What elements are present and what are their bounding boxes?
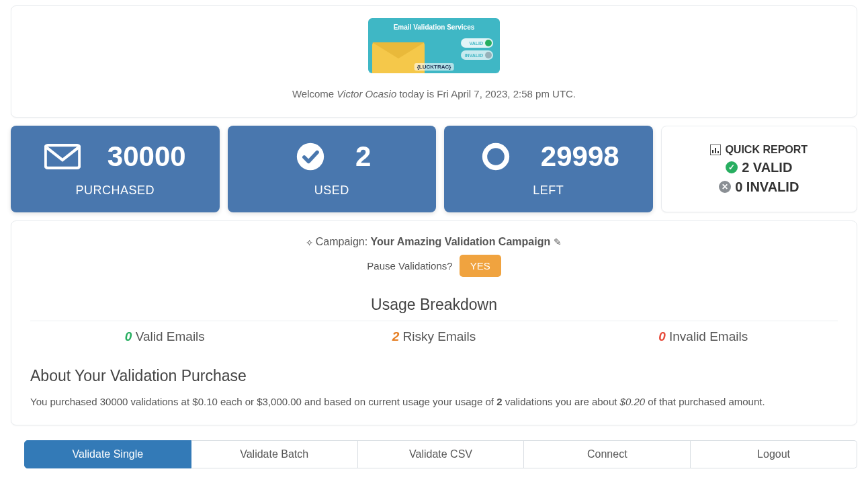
pause-line: Pause Validations? YES: [30, 255, 838, 277]
stat-used-label: USED: [314, 183, 349, 198]
header-card: Email Validation Services VALID INVALID …: [11, 5, 857, 118]
banner-pill-invalid: INVALID: [461, 50, 493, 60]
bar-chart-icon: [710, 144, 721, 155]
svg-point-1: [297, 143, 324, 170]
quick-report-title: QUICK REPORT: [710, 144, 808, 156]
user-name: Victor Ocasio: [337, 88, 396, 99]
divider: [30, 321, 838, 321]
svg-point-2: [484, 146, 507, 168]
pause-yes-button[interactable]: YES: [460, 255, 501, 277]
tab-validate-single[interactable]: Validate Single: [24, 440, 191, 468]
tab-connect[interactable]: Connect: [524, 440, 691, 468]
check-icon: ✓: [726, 161, 738, 173]
stat-purchased-value: 30000: [107, 140, 186, 173]
svg-rect-6: [718, 151, 719, 153]
banner-brand: {LUCKTRAC}: [415, 63, 454, 71]
stat-used-value: 2: [355, 140, 371, 173]
banner-wrap: Email Validation Services VALID INVALID …: [26, 18, 842, 76]
banner-title: Email Validation Services: [368, 24, 500, 31]
envelope-icon: [44, 142, 81, 171]
quick-report-card: QUICK REPORT ✓ 2 VALID ✕ 0 INVALID: [661, 126, 858, 212]
tab-validate-batch[interactable]: Validate Batch: [191, 440, 358, 468]
usage-row: 0 Valid Emails 2 Risky Emails 0 Invalid …: [30, 329, 838, 344]
stat-left: 29998 LEFT: [444, 126, 653, 212]
service-banner: Email Validation Services VALID INVALID …: [368, 18, 500, 73]
quick-invalid-line: ✕ 0 INVALID: [719, 179, 799, 195]
about-heading: About Your Validation Purchase: [30, 367, 838, 385]
tab-logout[interactable]: Logout: [691, 440, 857, 468]
stat-left-value: 29998: [541, 140, 619, 173]
current-datetime: Fri April 7, 2023, 2:58 pm UTC.: [437, 88, 576, 99]
quick-valid-line: ✓ 2 VALID: [726, 160, 792, 175]
x-dot-icon: [485, 52, 492, 58]
stats-row: 30000 PURCHASED 2 USED 29998 LEFT QUICK …: [11, 126, 857, 212]
check-circle-icon: [292, 142, 329, 171]
welcome-text: Welcome Victor Ocasio today is Fri April…: [26, 88, 842, 99]
about-paragraph: You purchased 30000 validations at $0.10…: [30, 395, 838, 410]
svg-rect-0: [46, 145, 80, 168]
campaign-line: ⟡ Campaign: Your Amazing Validation Camp…: [30, 236, 838, 248]
wand-icon: ⟡: [306, 237, 312, 247]
x-icon: ✕: [719, 181, 731, 193]
usage-valid: 0 Valid Emails: [30, 329, 300, 344]
pause-question: Pause Validations?: [367, 260, 452, 272]
svg-rect-5: [715, 148, 716, 153]
usage-invalid: 0 Invalid Emails: [568, 329, 838, 344]
usage-risky: 2 Risky Emails: [300, 329, 569, 344]
stat-purchased-label: PURCHASED: [75, 183, 155, 198]
circle-icon: [478, 142, 514, 171]
edit-campaign-icon[interactable]: ✎: [554, 237, 562, 247]
campaign-name: Your Amazing Validation Campaign: [371, 236, 551, 247]
stat-left-label: LEFT: [533, 183, 564, 198]
banner-pill-valid: VALID: [461, 38, 493, 48]
stat-used: 2 USED: [228, 126, 437, 212]
stat-purchased: 30000 PURCHASED: [11, 126, 220, 212]
check-dot-icon: [485, 40, 492, 46]
usage-heading: Usage Breakdown: [30, 296, 838, 314]
tab-validate-csv[interactable]: Validate CSV: [358, 440, 525, 468]
action-tabs: Validate Single Validate Batch Validate …: [24, 440, 857, 468]
svg-rect-4: [712, 150, 713, 153]
usage-card: ⟡ Campaign: Your Amazing Validation Camp…: [11, 220, 857, 425]
